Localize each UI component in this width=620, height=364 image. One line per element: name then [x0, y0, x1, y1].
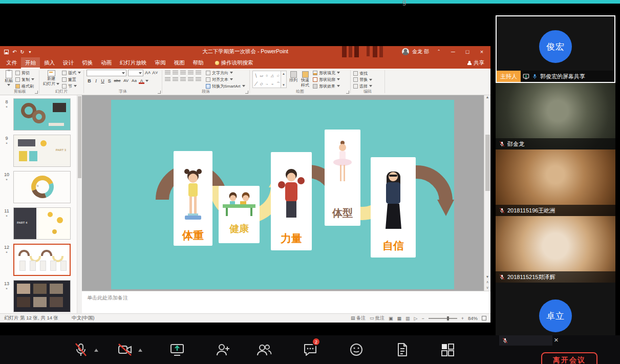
bold-button[interactable]: B: [87, 78, 92, 84]
language-indicator[interactable]: 中文(中国): [72, 315, 94, 322]
mic-button[interactable]: [73, 341, 89, 358]
docs-button[interactable]: [394, 341, 411, 358]
redo-icon[interactable]: ↻: [18, 49, 26, 55]
tab-view[interactable]: 视图: [170, 57, 189, 69]
font-size-combo[interactable]: [128, 70, 143, 76]
notes-toggle[interactable]: ▤ 备注: [351, 315, 366, 322]
slide-thumbnail-13[interactable]: [13, 280, 71, 312]
underline-button[interactable]: U: [100, 78, 105, 84]
cut-button[interactable]: 剪切: [15, 70, 34, 76]
shapes-gallery-scroll[interactable]: ▲▼: [281, 71, 287, 88]
participant-tile[interactable]: 2018115196王屹洲: [496, 149, 615, 216]
ribbon-display-options-icon[interactable]: ⌃: [432, 46, 445, 57]
character-spacing-button[interactable]: AV: [122, 78, 130, 84]
font-name-combo[interactable]: [87, 70, 126, 76]
tab-insert[interactable]: 插入: [40, 57, 59, 69]
dialog-launcher-icon[interactable]: [158, 91, 161, 94]
tab-review[interactable]: 审阅: [151, 57, 170, 69]
shape-outline-button[interactable]: 形状轮廓: [313, 76, 340, 82]
zoom-level[interactable]: 84%: [468, 315, 478, 321]
minimize-button[interactable]: ─: [446, 46, 460, 57]
participant-tile[interactable]: 2018115215郑泽辉: [496, 216, 615, 283]
increase-indent-icon[interactable]: [188, 71, 194, 75]
quick-styles-button[interactable]: 快速 样式: [300, 70, 310, 89]
italic-button[interactable]: I: [93, 78, 99, 84]
justify-icon[interactable]: [188, 77, 194, 82]
slide-thumbnail-12-selected[interactable]: [13, 244, 71, 276]
camera-button[interactable]: [117, 341, 133, 358]
notes-pane[interactable]: 单击此处添加备注: [82, 291, 490, 313]
participant-tile[interactable]: 卓立: [496, 283, 615, 335]
tab-home[interactable]: 开始: [21, 57, 40, 69]
change-case-button[interactable]: Aa: [131, 78, 138, 84]
thumbnail-scrollbar[interactable]: [77, 95, 82, 313]
comments-toggle[interactable]: ▭ 批注: [370, 315, 384, 322]
slide-thumbnail-11[interactable]: PART 4: [13, 207, 71, 240]
new-slide-button[interactable]: 新建 幻灯片: [42, 70, 60, 89]
layout-button[interactable]: [439, 341, 456, 358]
tab-help[interactable]: 帮助: [189, 57, 208, 69]
arrange-button[interactable]: 排列: [288, 70, 298, 89]
maximize-button[interactable]: □: [461, 46, 474, 57]
share-button[interactable]: 共享: [461, 57, 490, 69]
slide-editing-area[interactable]: 体重 健康: [82, 95, 490, 291]
participants-button[interactable]: [256, 341, 272, 358]
text-shadow-button[interactable]: S: [106, 78, 112, 84]
close-button[interactable]: ×: [475, 46, 488, 57]
tab-design[interactable]: 设计: [59, 57, 78, 69]
dialog-launcher-icon[interactable]: [245, 91, 248, 94]
ppt-title-bar[interactable]: ↶ ↻ ▼ 大二下学期第一次班会 - PowerPoint 金龙 邵 ⌃ ─ □…: [0, 46, 490, 57]
close-icon[interactable]: ×: [554, 335, 559, 345]
invite-button[interactable]: [215, 341, 231, 358]
align-text-button[interactable]: 对齐文本: [206, 76, 245, 82]
shape-fill-button[interactable]: 形状填充: [313, 70, 340, 76]
zoom-in-button[interactable]: +: [461, 316, 464, 321]
align-center-icon[interactable]: [173, 77, 178, 82]
slide-thumbnail-8[interactable]: [13, 98, 71, 131]
participant-tile-host[interactable]: 俊宏 主持人 郭俊宏的屏幕共享: [496, 15, 615, 83]
fit-slide-icon[interactable]: [482, 316, 486, 320]
slide-sorter-view-icon[interactable]: ▦: [397, 316, 402, 321]
current-slide[interactable]: 体重 健康: [111, 100, 454, 289]
reactions-button[interactable]: [348, 341, 365, 358]
reading-view-icon[interactable]: ▥: [405, 316, 410, 321]
normal-view-icon[interactable]: ▣: [389, 316, 393, 321]
mic-options-icon[interactable]: [94, 349, 98, 352]
text-direction-button[interactable]: 文字方向: [206, 70, 245, 76]
previous-slide-button[interactable]: ∧: [486, 280, 488, 284]
shrink-font-button[interactable]: A˅: [152, 70, 158, 76]
dialog-launcher-icon[interactable]: [35, 91, 38, 94]
tab-slideshow[interactable]: 幻灯片放映: [116, 57, 151, 69]
align-right-icon[interactable]: [180, 77, 186, 82]
zoom-slider-thumb[interactable]: [447, 316, 449, 320]
tab-file[interactable]: 文件: [2, 57, 21, 69]
layout-button[interactable]: 版式: [62, 70, 81, 76]
copy-button[interactable]: 复制: [15, 76, 34, 82]
tab-transitions[interactable]: 切换: [78, 57, 97, 69]
zoom-out-button[interactable]: −: [421, 316, 424, 321]
columns-icon[interactable]: [196, 77, 201, 82]
scroll-down-icon[interactable]: ▼: [486, 275, 489, 279]
shapes-gallery[interactable]: ╲▭○△☆╱◇→⌣⌒: [252, 71, 281, 88]
quick-access-more-icon[interactable]: ▼: [26, 50, 34, 54]
camera-options-icon[interactable]: [138, 349, 142, 352]
line-spacing-icon[interactable]: [196, 71, 201, 75]
undo-icon[interactable]: ↶: [11, 49, 18, 55]
dialog-launcher-icon[interactable]: [346, 91, 349, 94]
participant-tile[interactable]: 邵金龙: [496, 83, 615, 149]
numbering-icon[interactable]: [173, 71, 178, 75]
slideshow-view-icon[interactable]: ▷: [414, 316, 418, 321]
scrollbar-thumb[interactable]: [485, 135, 490, 191]
bullets-icon[interactable]: [165, 71, 170, 75]
zoom-slider[interactable]: [429, 318, 457, 319]
tab-animations[interactable]: 动画: [97, 57, 116, 69]
leave-meeting-button[interactable]: 离开会议: [541, 352, 597, 364]
next-slide-button[interactable]: ∨: [486, 286, 488, 290]
scroll-up-icon[interactable]: ▲: [486, 95, 489, 99]
share-screen-button[interactable]: [169, 341, 185, 358]
align-left-icon[interactable]: [165, 77, 170, 82]
canvas-scrollbar[interactable]: ▲ ▼ ∧ ∨: [484, 95, 490, 291]
slide-thumbnail-9[interactable]: PART 3: [13, 135, 71, 167]
save-icon[interactable]: [4, 50, 9, 54]
slide-thumbnail-10[interactable]: ≋: [13, 171, 71, 203]
